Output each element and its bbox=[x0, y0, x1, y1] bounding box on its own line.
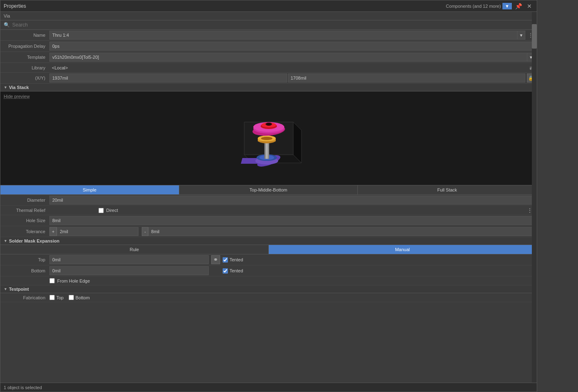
tolerance-minus-input[interactable] bbox=[148, 227, 535, 236]
fab-top-check-item: Top bbox=[49, 295, 64, 300]
xy-inputs bbox=[49, 74, 525, 82]
via-stack-title: Via Stack bbox=[9, 85, 29, 90]
bottom-tented-checkbox[interactable] bbox=[223, 268, 228, 274]
tolerance-minus-btn[interactable]: - bbox=[142, 227, 148, 236]
testpoint-header[interactable]: ▼ Testpoint bbox=[0, 285, 537, 293]
library-row: Library <Local> ⇄ bbox=[0, 63, 537, 73]
top-mask-input[interactable] bbox=[49, 255, 209, 264]
svg-point-17 bbox=[261, 137, 272, 140]
bottom-mask-input[interactable] bbox=[49, 266, 209, 275]
template-input[interactable] bbox=[49, 53, 527, 62]
mask-tab-rule[interactable]: Rule bbox=[0, 245, 269, 254]
status-text: 1 object is selected bbox=[4, 385, 42, 390]
fab-bottom-checkbox[interactable] bbox=[69, 295, 74, 300]
name-input[interactable] bbox=[49, 31, 518, 40]
solder-mask-title: Solder Mask Expansion bbox=[9, 238, 59, 243]
template-row: Template ▼ bbox=[0, 52, 537, 63]
hole-size-row: Hole Size bbox=[0, 215, 537, 226]
propagation-delay-label: Propagation Delay bbox=[0, 44, 49, 49]
thermal-relief-row: Thermal Relief Direct ⋮ bbox=[0, 206, 537, 215]
top-tented-check: Tented bbox=[223, 257, 243, 263]
components-label: Components (and 12 more) bbox=[446, 4, 501, 9]
hide-preview-button[interactable]: Hide preview bbox=[4, 94, 30, 99]
thermal-relief-checks: Direct bbox=[98, 208, 118, 213]
tolerance-row: Tolerance + - bbox=[0, 226, 537, 237]
xy-row: (X/Y) 🔒 bbox=[0, 73, 537, 84]
search-icon: 🔍 bbox=[4, 22, 10, 28]
thermal-relief-label: Thermal Relief bbox=[0, 208, 49, 213]
panel-header: Properties Components (and 12 more) ▼ 📌 … bbox=[0, 0, 537, 12]
search-row: 🔍 bbox=[0, 20, 537, 30]
testpoint-triangle: ▼ bbox=[4, 287, 7, 291]
via-3d-svg bbox=[228, 98, 310, 179]
name-label: Name bbox=[0, 33, 49, 38]
via-3d-visualization bbox=[0, 91, 537, 185]
top-tented-checkbox[interactable] bbox=[223, 257, 228, 263]
tolerance-label: Tolerance bbox=[0, 229, 49, 234]
panel-title: Properties bbox=[4, 3, 26, 9]
name-input-wrap: ▼ bbox=[49, 31, 525, 40]
close-button[interactable]: ✕ bbox=[525, 2, 533, 10]
via-stack-header[interactable]: ▼ Via Stack bbox=[0, 84, 537, 91]
from-hole-label: From Hole Edge bbox=[57, 278, 90, 283]
properties-panel: Properties Components (and 12 more) ▼ 📌 … bbox=[0, 0, 537, 392]
name-row: Name ▼ ⋮ bbox=[0, 30, 537, 41]
template-label: Template bbox=[0, 55, 49, 60]
tolerance-plus-btn[interactable]: + bbox=[49, 227, 57, 236]
name-dropdown-btn[interactable]: ▼ bbox=[518, 31, 525, 40]
library-value: <Local> bbox=[49, 65, 527, 71]
from-hole-checkbox[interactable] bbox=[49, 278, 55, 283]
fab-top-checkbox[interactable] bbox=[49, 295, 55, 300]
scrollbar-thumb[interactable] bbox=[532, 24, 537, 49]
tab-top-middle-bottom[interactable]: Top-Middle-Bottom bbox=[179, 185, 358, 194]
via-stack-triangle: ▼ bbox=[4, 85, 7, 89]
propagation-delay-row: Propagation Delay bbox=[0, 41, 537, 52]
top-mask-row: Top ⚭ Tented bbox=[0, 254, 537, 265]
from-hole-row: From Hole Edge bbox=[0, 276, 537, 285]
header-right: Components (and 12 more) ▼ 📌 ✕ bbox=[446, 2, 533, 10]
tab-row: Simple Top-Middle-Bottom Full Stack bbox=[0, 185, 537, 195]
svg-point-24 bbox=[267, 123, 271, 125]
testpoint-title: Testpoint bbox=[9, 287, 29, 292]
bottom-mask-row: Bottom Tented bbox=[0, 265, 537, 276]
fab-bottom-label: Bottom bbox=[76, 295, 90, 300]
hole-size-label: Hole Size bbox=[0, 218, 49, 223]
propagation-delay-input[interactable] bbox=[49, 42, 535, 51]
fabrication-row: Fabrication Top Bottom bbox=[0, 293, 537, 302]
fab-top-label: Top bbox=[56, 295, 64, 300]
y-input[interactable] bbox=[288, 74, 526, 82]
fabrication-checks: Top Bottom bbox=[49, 295, 90, 300]
tolerance-plus-input[interactable] bbox=[57, 227, 138, 236]
xy-label: (X/Y) bbox=[0, 76, 49, 80]
status-bar: 1 object is selected bbox=[0, 383, 537, 392]
scrollbar[interactable] bbox=[532, 12, 537, 383]
top-mask-label: Top bbox=[0, 257, 49, 262]
library-label: Library bbox=[0, 65, 49, 70]
solder-mask-tab-row: Rule Manual bbox=[0, 245, 537, 254]
fabrication-label: Fabrication bbox=[0, 295, 49, 300]
top-tented-label: Tented bbox=[230, 257, 243, 262]
filter-button[interactable]: ▼ bbox=[502, 3, 512, 9]
search-input[interactable] bbox=[12, 22, 94, 28]
pin-button[interactable]: 📌 bbox=[513, 2, 524, 10]
tab-full-stack[interactable]: Full Stack bbox=[358, 185, 537, 194]
x-input[interactable] bbox=[49, 74, 287, 82]
fab-bottom-check-item: Bottom bbox=[69, 295, 90, 300]
diameter-input[interactable] bbox=[49, 196, 535, 205]
solder-mask-header[interactable]: ▼ Solder Mask Expansion bbox=[0, 237, 537, 245]
diameter-row: Diameter bbox=[0, 195, 537, 206]
bottom-mask-label: Bottom bbox=[0, 268, 49, 273]
via-preview-area: Hide preview bbox=[0, 91, 537, 185]
mask-tab-manual[interactable]: Manual bbox=[269, 245, 537, 254]
tab-simple[interactable]: Simple bbox=[0, 185, 179, 194]
diameter-label: Diameter bbox=[0, 198, 49, 203]
via-label: Via bbox=[4, 13, 10, 18]
thermal-relief-direct-label: Direct bbox=[106, 208, 118, 213]
bottom-tented-check: Tented bbox=[223, 268, 243, 274]
solder-mask-triangle: ▼ bbox=[4, 239, 7, 243]
mask-link-btn[interactable]: ⚭ bbox=[211, 255, 220, 264]
hole-size-input[interactable] bbox=[49, 216, 535, 225]
thermal-relief-checkbox[interactable] bbox=[98, 208, 104, 213]
bottom-tented-label: Tented bbox=[230, 268, 243, 273]
